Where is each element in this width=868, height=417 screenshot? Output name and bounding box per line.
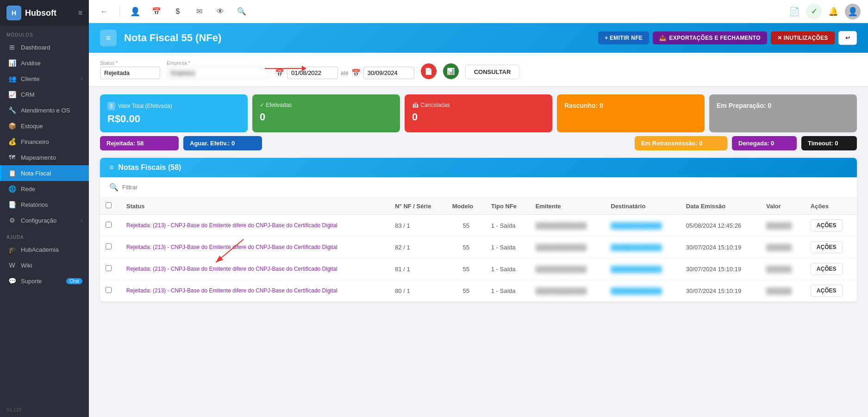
row-checkbox-cell[interactable] bbox=[100, 215, 121, 237]
table-filter-input[interactable] bbox=[122, 184, 261, 191]
acoes-button[interactable]: AÇÕES bbox=[811, 263, 843, 275]
row-checkbox-cell[interactable] bbox=[100, 258, 121, 280]
back-button[interactable]: ← bbox=[96, 4, 112, 19]
sidebar-item-label: CRM bbox=[21, 91, 35, 98]
sidebar-item-atendimento[interactable]: 🔧 Atendimento e OS bbox=[0, 102, 89, 118]
sidebar-item-relatorios[interactable]: 📑 Relatórios bbox=[0, 197, 89, 212]
stat-valor-total: $ Valor Total (Efetivada) R$0.00 bbox=[100, 94, 248, 132]
row-checkbox-cell[interactable] bbox=[100, 280, 121, 302]
row-modelo: 55 bbox=[447, 280, 486, 302]
check-nav-button[interactable]: ✓ bbox=[806, 4, 822, 19]
emitir-nfe-button[interactable]: + EMITIR NFE bbox=[598, 31, 649, 44]
row-checkbox[interactable] bbox=[106, 243, 112, 249]
person-nav-button[interactable]: 👤 bbox=[127, 4, 143, 19]
row-acoes-cell: AÇÕES bbox=[805, 258, 857, 280]
calendar-nav-button[interactable]: 📅 bbox=[149, 4, 164, 19]
row-data: 05/08/2024 12:45:26 bbox=[681, 215, 761, 237]
table-title: Notas Fiscais (58) bbox=[118, 163, 181, 172]
row-checkbox[interactable] bbox=[106, 265, 112, 271]
sidebar-item-label: Análise bbox=[21, 60, 41, 67]
filter-bar: Status * Rejeitada Empresa * Empresa 📅 a… bbox=[89, 53, 868, 87]
atendimento-icon: 🔧 bbox=[8, 106, 16, 114]
acoes-button[interactable]: AÇÕES bbox=[811, 285, 843, 297]
sidebar-item-financeiro[interactable]: 💰 Financeiro bbox=[0, 134, 89, 149]
col-emitente-header: Emitente bbox=[530, 198, 606, 215]
topnav-right: 📄 ✓ 🔔 👤 bbox=[787, 4, 861, 19]
sidebar-item-configuracao[interactable]: ⚙ Configuração › bbox=[0, 212, 89, 228]
topnav-divider bbox=[119, 6, 120, 17]
historico-button[interactable]: ↩ bbox=[838, 31, 857, 45]
stat-em-preparacao: Em Preparação: 0 bbox=[709, 94, 857, 132]
row-checkbox[interactable] bbox=[106, 287, 112, 293]
col-status-header: Status bbox=[121, 198, 389, 215]
menu-toggle-icon[interactable]: ≡ bbox=[78, 9, 82, 17]
email-nav-button[interactable]: ✉ bbox=[191, 4, 207, 19]
inutilizacoes-button[interactable]: ✕ INUTILIZAÇÕES bbox=[771, 31, 835, 44]
status-filter-select[interactable]: Rejeitada bbox=[100, 67, 160, 79]
rede-icon: 🌐 bbox=[8, 185, 16, 193]
sidebar-item-dashboard[interactable]: ⊞ Dashboard bbox=[0, 39, 89, 55]
export-pdf-button[interactable]: 📄 bbox=[421, 63, 437, 79]
sidebar-item-analise[interactable]: 📊 Análise bbox=[0, 55, 89, 71]
select-all-checkbox[interactable] bbox=[106, 202, 112, 208]
wiki-icon: W bbox=[8, 261, 16, 269]
person-icon: 👤 bbox=[130, 6, 140, 17]
stat-em-preparacao-title: Em Preparação: 0 bbox=[717, 102, 849, 109]
table-row: Rejeitada: (213) - CNPJ-Base do Emitente… bbox=[100, 215, 857, 237]
configuracao-icon: ⚙ bbox=[8, 217, 16, 224]
suporte-badge: Chat bbox=[66, 278, 82, 284]
sidebar-item-hubacademia[interactable]: 🎓 HubAcademia bbox=[0, 242, 89, 257]
row-checkbox[interactable] bbox=[106, 222, 112, 228]
email-icon: ✉ bbox=[196, 7, 202, 16]
sidebar: H Hubsoft ≡ MÓDULOS ⊞ Dashboard 📊 Anális… bbox=[0, 0, 89, 417]
bell-icon: 🔔 bbox=[828, 6, 838, 17]
avatar-button[interactable]: 👤 bbox=[845, 4, 861, 19]
export-excel-button[interactable]: 📊 bbox=[443, 63, 459, 79]
sidebar-item-nota-fiscal[interactable]: 📋 Nota Fiscal bbox=[0, 165, 89, 181]
col-data-header: Data Emissão bbox=[681, 198, 761, 215]
consultar-button[interactable]: CONSULTAR bbox=[465, 65, 520, 79]
sidebar-item-suporte[interactable]: 💬 Suporte Chat bbox=[0, 273, 89, 289]
row-nf: 83 / 1 bbox=[389, 215, 447, 237]
acoes-button[interactable]: AÇÕES bbox=[811, 219, 843, 231]
col-nf-header: N° NF / Série bbox=[389, 198, 447, 215]
list-icon: ≡ bbox=[106, 33, 111, 43]
row-acoes-cell: AÇÕES bbox=[805, 237, 857, 258]
status-filter-label: Status * bbox=[100, 60, 160, 66]
exportacoes-label: EXPORTAÇÕES E FECHAMENTO bbox=[669, 35, 760, 41]
calendar2-icon: 📅 bbox=[351, 68, 361, 77]
sidebar-item-label: HubAcademia bbox=[21, 246, 59, 253]
search-nav-button[interactable]: 🔍 bbox=[234, 4, 250, 19]
row-tipo: 1 - Saída bbox=[486, 280, 530, 302]
row-nf: 80 / 1 bbox=[389, 280, 447, 302]
dollar-nav-button[interactable]: $ bbox=[170, 4, 186, 19]
pdf-nav-button[interactable]: 📄 bbox=[787, 4, 802, 19]
filter-icon: 🔍 bbox=[109, 183, 119, 192]
row-data: 30/07/2024 15:10:19 bbox=[681, 280, 761, 302]
row-tipo: 1 - Saída bbox=[486, 258, 530, 280]
row-checkbox-cell[interactable] bbox=[100, 237, 121, 258]
svg-line-1 bbox=[216, 239, 244, 262]
relatorios-icon: 📑 bbox=[8, 201, 16, 208]
analise-icon: 📊 bbox=[8, 59, 16, 67]
row-acoes-cell: AÇÕES bbox=[805, 215, 857, 237]
status-filter-group: Status * Rejeitada bbox=[100, 60, 160, 79]
exportacoes-button[interactable]: 📤 EXPORTAÇÕES E FECHAMENTO bbox=[653, 31, 767, 44]
sidebar-item-wiki[interactable]: W Wiki bbox=[0, 257, 89, 273]
row-valor: ██████ bbox=[761, 280, 805, 302]
row-nf: 82 / 1 bbox=[389, 237, 447, 258]
sidebar-item-cliente[interactable]: 👥 Cliente › bbox=[0, 71, 89, 87]
row-status: Rejeitada: (213) - CNPJ-Base do Emitente… bbox=[121, 258, 389, 280]
acoes-button[interactable]: AÇÕES bbox=[811, 241, 843, 253]
row-tipo: 1 - Saída bbox=[486, 237, 530, 258]
empresa-filter-select[interactable]: Empresa bbox=[167, 67, 269, 79]
sidebar-item-rede[interactable]: 🌐 Rede bbox=[0, 181, 89, 197]
sidebar-item-estoque[interactable]: 📦 Estoque bbox=[0, 118, 89, 134]
col-acoes-header: Ações bbox=[805, 198, 857, 215]
bell-nav-button[interactable]: 🔔 bbox=[825, 4, 841, 19]
eye-nav-button[interactable]: 👁 bbox=[212, 4, 228, 19]
date-to-input[interactable] bbox=[363, 67, 414, 79]
sidebar-item-label: Mapeamento bbox=[21, 154, 56, 161]
sidebar-item-mapeamento[interactable]: 🗺 Mapeamento bbox=[0, 149, 89, 165]
sidebar-item-crm[interactable]: 📈 CRM bbox=[0, 87, 89, 102]
